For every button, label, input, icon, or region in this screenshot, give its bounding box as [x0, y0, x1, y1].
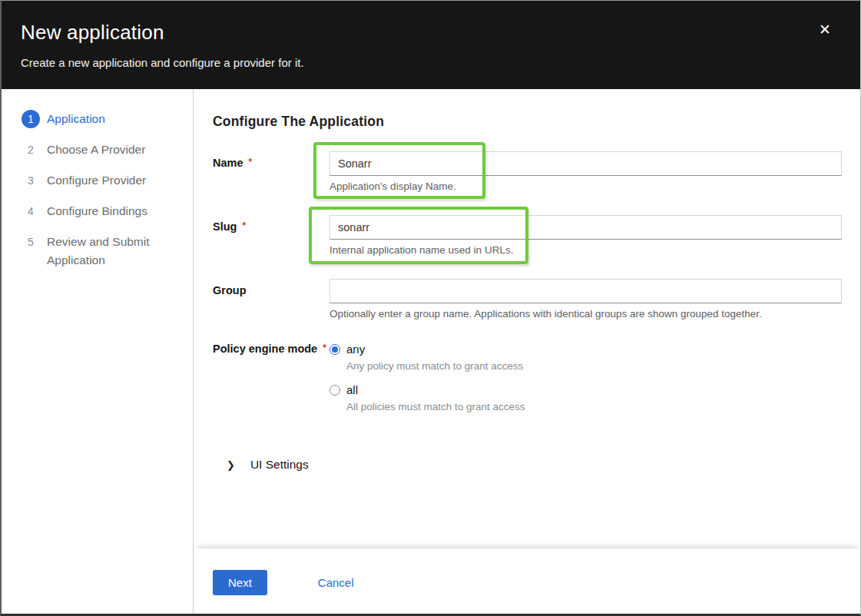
slug-help-text: Internal application name used in URLs.: [329, 244, 842, 256]
wizard-step-application[interactable]: 1 Application: [22, 110, 185, 128]
step-label: Review and Submit Application: [47, 233, 166, 270]
name-help-text: Application's display Name.: [329, 180, 842, 192]
next-button[interactable]: Next: [213, 570, 267, 595]
close-icon[interactable]: ✕: [819, 22, 831, 37]
name-field-control: Application's display Name.: [329, 151, 842, 192]
policy-mode-all-radio[interactable]: all: [329, 383, 842, 396]
modal-footer: Next Cancel: [194, 548, 860, 616]
modal-title: New application: [21, 21, 833, 45]
required-asterisk: *: [249, 157, 253, 167]
group-input[interactable]: [329, 279, 842, 303]
policy-mode-any-radio[interactable]: any: [329, 343, 842, 356]
radio-label: any: [346, 343, 365, 356]
policy-engine-mode-row: Policy engine mode* any Any policy must …: [213, 343, 842, 424]
ui-settings-expander[interactable]: ❯ UI Settings: [227, 458, 842, 472]
step-label: Configure Provider: [47, 171, 146, 190]
page-title: Configure The Application: [213, 114, 842, 130]
group-field-control: Optionally enter a group name. Applicati…: [329, 279, 842, 320]
name-input[interactable]: [329, 151, 842, 176]
policy-all-help-text: All policies must match to grant access: [346, 401, 842, 412]
policy-engine-mode-label: Policy engine mode*: [213, 343, 329, 424]
step-label: Configure Bindings: [47, 202, 147, 220]
new-application-modal: New application Create a new application…: [0, 0, 861, 616]
slug-field-label: Slug*: [213, 215, 329, 256]
modal-subtitle: Create a new application and configure a…: [21, 56, 833, 69]
modal-body: 1 Application 2 Choose A Provider 3 Conf…: [2, 89, 860, 616]
required-asterisk: *: [242, 220, 246, 231]
group-help-text: Optionally enter a group name. Applicati…: [329, 308, 842, 320]
application-form-panel: Configure The Application Name* Applicat…: [194, 89, 860, 616]
modal-header: New application Create a new application…: [2, 1, 860, 89]
slug-field-control: Internal application name used in URLs.: [329, 215, 842, 256]
step-label: Application: [47, 110, 105, 128]
step-number-badge: 2: [22, 141, 40, 159]
wizard-step-review-submit[interactable]: 5 Review and Submit Application: [22, 233, 185, 270]
slug-field-row: Slug* Internal application name used in …: [213, 215, 842, 256]
step-number-badge: 4: [22, 202, 40, 220]
name-field-row: Name* Application's display Name.: [213, 151, 842, 192]
group-field-label: Group: [213, 279, 329, 320]
wizard-steps-sidebar: 1 Application 2 Choose A Provider 3 Conf…: [2, 89, 194, 616]
chevron-right-icon: ❯: [227, 459, 235, 471]
wizard-step-configure-provider[interactable]: 3 Configure Provider: [22, 171, 185, 190]
policy-any-help-text: Any policy must match to grant access: [346, 360, 842, 372]
radio-label: all: [346, 383, 358, 396]
step-number-badge: 5: [22, 233, 40, 251]
ui-settings-label: UI Settings: [250, 458, 309, 472]
cancel-button[interactable]: Cancel: [318, 570, 354, 595]
step-number-badge: 3: [22, 171, 40, 190]
step-label: Choose A Provider: [47, 141, 145, 159]
required-asterisk: *: [323, 343, 326, 353]
radio-selected-icon[interactable]: [329, 344, 340, 355]
group-field-row: Group Optionally enter a group name. App…: [213, 279, 842, 320]
name-field-label: Name*: [213, 151, 329, 192]
policy-engine-mode-control: any Any policy must match to grant acces…: [329, 343, 842, 424]
wizard-step-choose-provider[interactable]: 2 Choose A Provider: [22, 141, 185, 159]
wizard-step-configure-bindings[interactable]: 4 Configure Bindings: [22, 202, 185, 220]
step-number-badge: 1: [22, 110, 40, 128]
radio-unselected-icon[interactable]: [329, 385, 340, 396]
slug-input[interactable]: [329, 215, 842, 240]
